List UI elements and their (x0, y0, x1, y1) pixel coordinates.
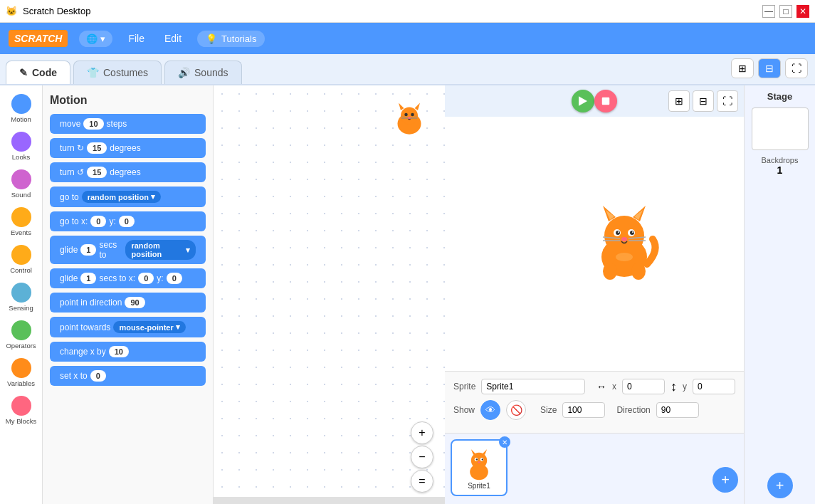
sidebar-item-myblocks[interactable]: My Blocks (1, 393, 41, 428)
sprite-y-input[interactable] (693, 379, 735, 394)
sidebar-item-sensing[interactable]: Sensing (1, 280, 41, 315)
sidebar-item-looks[interactable]: Looks (1, 129, 41, 164)
block-glide1-dropdown[interactable]: random position (125, 240, 196, 260)
myblocks-label: My Blocks (6, 417, 36, 425)
sidebar-item-control[interactable]: Control (1, 242, 41, 277)
tutorials-menu[interactable]: 💡 Tutorials (197, 31, 265, 47)
block-turn-ccw-text2: degrees (110, 167, 140, 177)
events-dot (11, 207, 31, 227)
script-scrollbar[interactable] (214, 497, 445, 504)
block-turn-cw-text2: degrees (110, 143, 140, 153)
block-towards[interactable]: point towards mouse-pointer (50, 317, 206, 337)
sidebar-item-events[interactable]: Events (1, 204, 41, 239)
block-glide1[interactable]: glide 1 secs to random position (50, 236, 206, 264)
block-towards-dropdown[interactable]: mouse-pointer (113, 321, 185, 333)
block-direction[interactable]: point in direction 90 (50, 293, 206, 313)
stage-canvas (445, 117, 744, 371)
show-hidden-button[interactable]: 🚫 (506, 400, 526, 420)
block-glide1-text2: secs to (99, 240, 122, 260)
block-changex-text: change x by (60, 347, 106, 357)
zoom-in-button[interactable]: + (411, 421, 433, 444)
block-turn-cw-val: 15 (87, 142, 107, 154)
sprite-x-input[interactable] (622, 379, 665, 394)
operators-dot (11, 320, 31, 340)
green-flag-button[interactable] (572, 90, 594, 112)
sidebar-item-sound[interactable]: Sound (1, 167, 41, 201)
script-cat-preview (388, 100, 431, 142)
large-stage-button[interactable]: ⊟ (693, 90, 714, 112)
zoom-reset-button[interactable]: = (411, 470, 433, 493)
code-tab-icon: ✎ (19, 67, 28, 78)
sprite-name-input[interactable] (481, 379, 585, 394)
sprite-thumb-sprite1[interactable]: ✕ Sprite1 (451, 439, 508, 496)
split-view-button[interactable]: ⊞ (731, 58, 754, 78)
add-sprite-button[interactable]: + (713, 467, 738, 493)
block-move-text2: steps (107, 119, 127, 129)
block-glide2-yval: 0 (167, 273, 182, 284)
block-changex[interactable]: change x by 10 (50, 342, 206, 362)
looks-dot (11, 132, 31, 152)
block-move[interactable]: move 10 steps (50, 114, 206, 134)
language-menu[interactable]: 🌐 ▾ (79, 31, 112, 47)
block-setx[interactable]: set x to 0 (50, 366, 206, 386)
arrow-icon: ↔ (596, 381, 606, 392)
block-glide2[interactable]: glide 1 secs to x: 0 y: 0 (50, 268, 206, 288)
stop-button[interactable] (594, 90, 617, 112)
sound-label: Sound (11, 191, 31, 199)
block-goto[interactable]: go to random position (50, 187, 206, 207)
scratch-logo: SCRATCH (9, 30, 68, 47)
zoom-out-button[interactable]: − (411, 446, 433, 468)
block-glide1-text: glide (60, 245, 78, 255)
sprite-label: Sprite (453, 382, 475, 392)
svg-marker-33 (471, 449, 475, 455)
stage-right-panel: Stage Backdrops 1 + (744, 85, 815, 504)
tab-costumes[interactable]: 👕 Costumes (73, 61, 162, 84)
backdrops-count: 1 (777, 164, 783, 176)
sprite-list: ✕ Sprite1 + (445, 433, 744, 504)
svg-point-20 (616, 231, 620, 235)
costumes-tab-icon: 👕 (87, 67, 99, 78)
svg-point-37 (476, 458, 478, 460)
close-button[interactable]: ✕ (796, 5, 809, 18)
stage-column: ⊞ ⊟ ⛶ (445, 85, 744, 504)
sidebar-item-variables[interactable]: Variables (1, 355, 41, 390)
block-turn-ccw-val: 15 (87, 167, 107, 178)
block-setx-text: set x to (60, 371, 88, 381)
add-backdrop-button[interactable]: + (767, 473, 793, 498)
main-area: Motion Looks Sound Events Control Sensin… (0, 85, 815, 504)
sprite-direction-input[interactable] (656, 402, 699, 418)
edit-menu[interactable]: Edit (160, 30, 186, 47)
sidebar-item-operators[interactable]: Operators (1, 317, 41, 352)
file-menu[interactable]: File (124, 30, 149, 47)
block-goto-xy[interactable]: go to x: 0 y: 0 (50, 211, 206, 231)
block-turn-ccw[interactable]: turn ↺ 15 degrees (50, 162, 206, 182)
small-stage-button[interactable]: ⊞ (668, 90, 690, 112)
svg-marker-2 (399, 103, 404, 111)
svg-marker-3 (415, 103, 421, 111)
fullscreen-button[interactable]: ⛶ (785, 58, 808, 78)
palette-title: Motion (50, 94, 206, 107)
block-direction-text: point in direction (60, 298, 122, 308)
show-visible-button[interactable]: 👁 (480, 400, 500, 420)
svg-point-29 (603, 263, 617, 280)
tab-code[interactable]: ✎ Code (6, 61, 70, 84)
maximize-button[interactable]: □ (779, 5, 792, 18)
block-goto-dropdown[interactable]: random position (82, 191, 161, 203)
block-palette: Motion move 10 steps turn ↻ 15 degrees t… (43, 85, 214, 504)
stage-view-button[interactable]: ⊟ (758, 58, 781, 78)
svg-point-38 (482, 458, 483, 460)
script-area: + − = (214, 85, 445, 504)
sprite-size-input[interactable] (562, 402, 605, 418)
sidebar-item-motion[interactable]: Motion (1, 91, 41, 126)
events-label: Events (11, 229, 31, 236)
block-glide1-val: 1 (80, 244, 96, 256)
tab-sounds[interactable]: 🔊 Sounds (164, 61, 241, 84)
fullscreen-stage-button[interactable]: ⛶ (717, 90, 738, 112)
block-turn-cw[interactable]: turn ↻ 15 degrees (50, 138, 206, 158)
titlebar: 🐱 Scratch Desktop — □ ✕ (0, 0, 815, 23)
block-glide2-text: glide (60, 273, 78, 283)
sprite-remove-icon[interactable]: ✕ (499, 436, 510, 448)
svg-rect-11 (602, 98, 610, 105)
tutorials-icon: 💡 (206, 33, 217, 44)
minimize-button[interactable]: — (762, 5, 775, 18)
